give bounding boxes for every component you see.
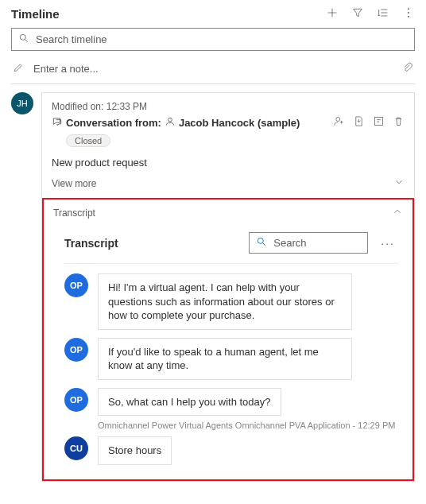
person-icon	[165, 116, 176, 130]
search-icon	[18, 33, 34, 46]
message-bubble: So, what can I help you with today?	[98, 388, 281, 417]
transcript-message: OP Hi! I'm a virtual agent. I can help w…	[64, 273, 398, 330]
chevron-up-icon	[392, 206, 403, 219]
note-input[interactable]	[32, 62, 402, 76]
view-more-link[interactable]: View more	[52, 176, 405, 190]
agent-avatar: OP	[64, 388, 88, 412]
filter-icon[interactable]	[351, 6, 364, 21]
timeline-header: Timeline	[11, 6, 415, 21]
export-icon[interactable]	[353, 115, 365, 130]
more-icon[interactable]	[402, 6, 415, 21]
transcript-title: Transcript	[64, 237, 239, 250]
message-meta: Omnichannel Power Virtual Agents Omnicha…	[98, 421, 398, 430]
timeline-item: JH Modified on: 12:33 PM Conversation fr…	[11, 92, 415, 482]
conversation-title-line: Conversation from: Jacob Hancock (sample…	[52, 115, 405, 130]
conversation-from-name: Jacob Hancock (sample)	[179, 117, 300, 129]
transcript-body: Transcript ··· OP Hi! I'm a virtual agen…	[44, 226, 412, 479]
search-icon	[256, 236, 272, 250]
modified-label: Modified on: 12:33 PM	[52, 101, 405, 112]
header-actions	[326, 6, 415, 21]
delete-icon[interactable]	[393, 115, 405, 130]
page-title: Timeline	[11, 7, 60, 21]
transcript-search[interactable]	[249, 232, 368, 254]
message-bubble: Store hours	[98, 436, 172, 465]
svg-rect-6	[375, 118, 383, 126]
chevron-down-icon	[393, 176, 405, 190]
assign-icon[interactable]	[333, 115, 345, 130]
svg-point-0	[408, 8, 409, 10]
agent-avatar: OP	[64, 338, 88, 362]
status-badge: Closed	[66, 134, 110, 147]
search-timeline[interactable]	[11, 28, 415, 51]
transcript-toolbar: Transcript ···	[64, 226, 398, 264]
transcript-more-icon[interactable]: ···	[378, 237, 398, 250]
conversation-subject: New product request	[52, 157, 405, 169]
card-actions	[333, 115, 405, 130]
agent-avatar: OP	[64, 273, 88, 297]
transcript-section: Transcript Transcript ··· OP Hi! I'm a v…	[42, 198, 414, 481]
transcript-section-header[interactable]: Transcript	[44, 200, 412, 226]
message-bubble: Hi! I'm a virtual agent. I can help with…	[98, 273, 352, 330]
transcript-message: CU Store hours	[64, 436, 398, 465]
note-row[interactable]	[11, 57, 415, 84]
svg-point-2	[408, 16, 409, 17]
customer-avatar: CU	[64, 436, 88, 460]
svg-point-3	[20, 34, 25, 40]
transcript-section-label: Transcript	[53, 207, 95, 219]
conversation-card: Modified on: 12:33 PM Conversation from:…	[41, 92, 415, 482]
transcript-message: OP So, what can I help you with today?	[64, 388, 398, 417]
svg-point-1	[408, 12, 409, 14]
transcript-search-input[interactable]	[272, 236, 361, 250]
message-bubble: If you'd like to speak to a human agent,…	[98, 338, 352, 380]
add-icon[interactable]	[326, 6, 339, 21]
avatar: JH	[11, 92, 33, 114]
chat-icon	[52, 116, 63, 130]
note-action-icon[interactable]	[373, 115, 385, 130]
search-input[interactable]	[34, 33, 408, 46]
svg-point-7	[258, 238, 264, 243]
transcript-message: OP If you'd like to speak to a human age…	[64, 338, 398, 380]
pencil-icon	[13, 62, 24, 76]
conversation-from-label: Conversation from:	[66, 117, 161, 129]
view-more-label: View more	[52, 178, 96, 189]
svg-point-4	[168, 118, 172, 122]
attachment-icon[interactable]	[402, 62, 413, 76]
sort-icon[interactable]	[377, 6, 389, 21]
svg-point-5	[336, 118, 340, 122]
